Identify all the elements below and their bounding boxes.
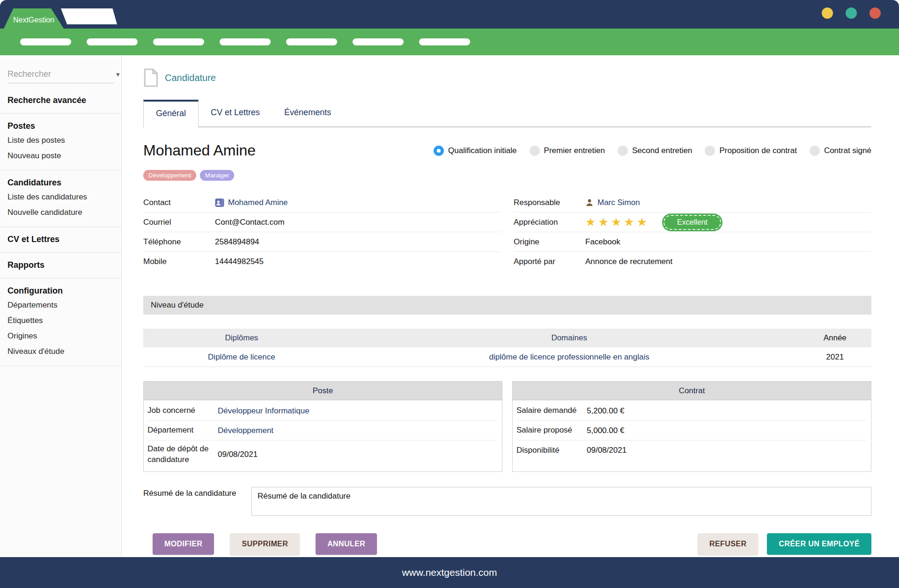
sidebar-item-nouvelle-candidature[interactable]: Nouvelle candidature — [7, 205, 114, 220]
sidebar-item-rapports[interactable]: Rapports — [7, 259, 114, 272]
sidebar-item-configuration[interactable]: Configuration — [7, 285, 114, 297]
contrat-panel: Contrat Salaire demandé 5,200.00 € Salai… — [512, 381, 871, 472]
radio-icon — [530, 146, 540, 156]
tab-general[interactable]: Général — [143, 100, 199, 127]
stage-proposition-de-contrat[interactable]: Proposition de contrat — [705, 146, 796, 156]
contrat-panel-title: Contrat — [513, 382, 871, 400]
sidebar-item-liste-des-postes[interactable]: Liste des postes — [7, 132, 114, 148]
sidebar-item-nouveau-poste[interactable]: Nouveau poste — [7, 148, 114, 163]
sidebar-item-cv-et-lettres[interactable]: CV et Lettres — [7, 233, 114, 246]
search-box: ▾ — [7, 66, 114, 83]
sidebar-item-niveaux-detude[interactable]: Niveaux d'étude — [7, 344, 114, 359]
action-bar-right: REFUSER CRÉER UN EMPLOYÉ — [698, 533, 871, 555]
field-label: Salaire proposé — [516, 425, 587, 436]
table-row: Téléphone 2584894894 — [143, 232, 501, 252]
sidebar-item-candidatures[interactable]: Candidatures — [7, 176, 114, 189]
main-navbar — [0, 29, 899, 55]
table-row: Disponibilité 09/08/2021 — [516, 441, 866, 460]
star-rating[interactable]: ★★★★★ — [585, 216, 649, 228]
tag-list: Développement Manager — [143, 170, 871, 181]
field-label: Job concerné — [147, 405, 218, 416]
stage-label: Contrat signé — [824, 146, 871, 155]
main-content: Candidature Général CV et Lettres Événem… — [122, 55, 899, 557]
date-depot-value: 09/08/2021 — [218, 450, 258, 459]
responsable-link[interactable]: Marc Simon — [597, 198, 640, 207]
poste-panel: Poste Job concerné Développeur Informati… — [143, 381, 502, 472]
rating-badge: Excellent — [663, 215, 721, 230]
tag-manager[interactable]: Manager — [200, 170, 234, 181]
sidebar-item-liste-des-candidatures[interactable]: Liste des candidatures — [7, 189, 114, 205]
contact-link[interactable]: Mohamed Amine — [228, 198, 288, 207]
nav-item-placeholder[interactable] — [153, 38, 204, 45]
table-row: Appréciation ★★★★★ Excellent — [514, 213, 871, 232]
sidebar: ▾ Recherche avancée Postes Liste des pos… — [0, 55, 122, 557]
nav-item-placeholder[interactable] — [20, 38, 71, 45]
stage-label: Qualification initiale — [448, 146, 516, 155]
table-row: Responsable Marc Simon — [514, 193, 871, 213]
contact-detail-table: Contact Mohamed Amine Courri — [143, 193, 501, 272]
stage-contrat-signe[interactable]: Contrat signé — [810, 146, 871, 156]
diplome-link[interactable]: Diplôme de licence — [208, 353, 275, 361]
table-row: Date de dépôt de candidature 09/08/2021 — [147, 441, 497, 469]
creer-employe-button[interactable]: CRÉER UN EMPLOYÉ — [767, 533, 871, 555]
brand-text: NextGestion — [13, 16, 54, 24]
stage-qualification-initiale[interactable]: Qualification initiale — [434, 146, 516, 156]
brand-slant-decoration — [61, 8, 117, 24]
sidebar-item-etiquettes[interactable]: Étiquettes — [7, 313, 114, 328]
candidate-header-row: Mohamed Amine Qualification initiale Pre… — [143, 142, 871, 159]
column-header-annee: Année — [798, 333, 871, 343]
maximize-button[interactable] — [846, 7, 857, 19]
job-link[interactable]: Développeur Informatique — [218, 406, 309, 416]
sidebar-item-recherche-avancee[interactable]: Recherche avancée — [7, 94, 114, 107]
field-label: Origine — [514, 237, 585, 247]
search-input[interactable] — [7, 69, 116, 79]
refuser-button[interactable]: REFUSER — [698, 533, 758, 555]
table-row: Contact Mohamed Amine — [143, 193, 501, 213]
stage-label: Premier entretien — [544, 146, 605, 155]
apporte-par-value: Annonce de recrutement — [585, 257, 672, 266]
field-label: Disponibilité — [516, 445, 587, 456]
origine-value: Facebook — [585, 237, 620, 247]
departement-link[interactable]: Développement — [218, 426, 273, 435]
close-button[interactable] — [870, 7, 881, 19]
sidebar-item-origines[interactable]: Origines — [7, 328, 114, 344]
modifier-button[interactable]: MODIFIER — [153, 533, 214, 555]
tab-evenements[interactable]: Événements — [272, 100, 343, 126]
table-row: Origine Facebook — [514, 232, 871, 252]
tab-bar: Général CV et Lettres Événements — [143, 100, 871, 127]
column-header-domaines: Domaines — [340, 333, 799, 343]
poste-panel-title: Poste — [144, 382, 502, 400]
stage-label: Proposition de contrat — [719, 146, 796, 155]
sidebar-item-departements[interactable]: Départements — [7, 297, 114, 313]
stage-premier-entretien[interactable]: Premier entretien — [530, 146, 605, 156]
table-header-row: Diplômes Domaines Année — [143, 329, 871, 347]
nav-item-placeholder[interactable] — [87, 38, 138, 45]
radio-icon — [810, 146, 820, 156]
supprimer-button[interactable]: SUPPRIMER — [230, 533, 300, 555]
resume-label: Résumé de la candidature — [143, 487, 251, 516]
sidebar-item-postes[interactable]: Postes — [7, 120, 114, 132]
sidebar-section-rapports: Rapports — [0, 253, 121, 278]
resume-section: Résumé de la candidature Résumé de la ca… — [143, 487, 871, 516]
poste-contrat-panels: Poste Job concerné Développeur Informati… — [143, 381, 871, 472]
field-label: Courriel — [143, 218, 215, 227]
education-section-header: Niveau d'étude — [143, 296, 871, 315]
nav-item-placeholder[interactable] — [220, 38, 271, 45]
column-header-diplomes: Diplômes — [143, 333, 340, 343]
resume-textarea[interactable]: Résumé de la candidature — [251, 487, 871, 516]
sidebar-section-candidatures: Candidatures Liste des candidatures Nouv… — [0, 170, 121, 227]
tab-cv-et-lettres[interactable]: CV et Lettres — [199, 100, 272, 126]
action-bar: MODIFIER SUPPRIMER ANNULER REFUSER CRÉER… — [143, 533, 871, 555]
minimize-button[interactable] — [822, 7, 833, 19]
domaine-link[interactable]: diplôme de licence professionnelle en an… — [489, 353, 649, 361]
field-label: Appréciation — [514, 218, 585, 227]
nav-item-placeholder[interactable] — [419, 38, 470, 45]
annuler-button[interactable]: ANNULER — [316, 533, 377, 555]
chevron-down-icon[interactable]: ▾ — [116, 70, 121, 79]
nav-item-placeholder[interactable] — [286, 38, 337, 45]
stage-second-entretien[interactable]: Second entretien — [618, 146, 693, 156]
sidebar-section-configuration: Configuration Départements Étiquettes Or… — [0, 279, 121, 366]
education-table: Diplômes Domaines Année Diplôme de licen… — [143, 329, 871, 367]
nav-item-placeholder[interactable] — [353, 38, 404, 45]
tag-developpement[interactable]: Développement — [143, 170, 196, 181]
